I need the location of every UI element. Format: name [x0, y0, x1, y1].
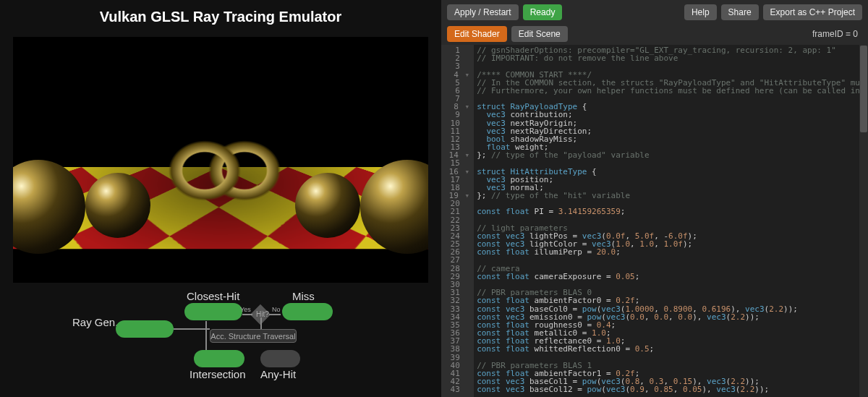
hit-label: Hit?: [256, 310, 269, 318]
any-hit-node[interactable]: [260, 350, 300, 367]
no-label: No: [272, 306, 281, 313]
export-button[interactable]: Export as C++ Project: [763, 4, 862, 20]
ray-gen-label: Ray Gen.: [72, 316, 118, 328]
tab-edit-scene[interactable]: Edit Scene: [511, 26, 568, 42]
yes-label: Yes: [240, 306, 251, 313]
ready-button[interactable]: Ready: [523, 4, 563, 20]
share-button[interactable]: Share: [721, 4, 759, 20]
pipeline-diagram: Closest-Hit Miss Ray Gen. Intersection A…: [0, 289, 441, 397]
app-title: Vulkan GLSL Ray Tracing Emulator: [0, 0, 441, 34]
intersection-label: Intersection: [190, 368, 246, 380]
code-gutter: 1 2 3 4 ▾ 5 6 7 8 ▾ 9 10 11 12 13 14 ▾ 1…: [441, 45, 474, 397]
closest-hit-node[interactable]: [184, 303, 242, 320]
ray-gen-node[interactable]: [116, 320, 174, 338]
scene-sphere: [295, 173, 360, 238]
render-viewport[interactable]: [13, 37, 428, 283]
code-lines[interactable]: // gsnShaderOptions: precompiler="GL_EXT…: [474, 45, 859, 397]
scene-sphere: [85, 173, 150, 238]
code-editor[interactable]: 1 2 3 4 ▾ 5 6 7 8 ▾ 9 10 11 12 13 14 ▾ 1…: [441, 45, 868, 397]
scrollbar-thumb[interactable]: [860, 46, 867, 132]
miss-label: Miss: [292, 290, 315, 302]
top-toolbar: Apply / Restart Ready Help Share Export …: [441, 0, 868, 25]
any-hit-label: Any-Hit: [260, 368, 296, 380]
miss-node[interactable]: [282, 303, 333, 320]
tab-edit-shader[interactable]: Edit Shader: [447, 26, 507, 42]
frame-id-label: frameID = 0: [812, 29, 862, 39]
tab-bar: Edit Shader Edit Scene frameID = 0: [441, 25, 868, 45]
apply-restart-button[interactable]: Apply / Restart: [447, 4, 519, 20]
intersection-node[interactable]: [194, 350, 244, 367]
vertical-scrollbar[interactable]: [859, 45, 868, 397]
help-button[interactable]: Help: [684, 4, 717, 20]
closest-hit-label: Closest-Hit: [187, 290, 239, 302]
traversal-node: Acc. Structure Traversal: [210, 329, 297, 343]
scene-torus: [158, 120, 288, 221]
